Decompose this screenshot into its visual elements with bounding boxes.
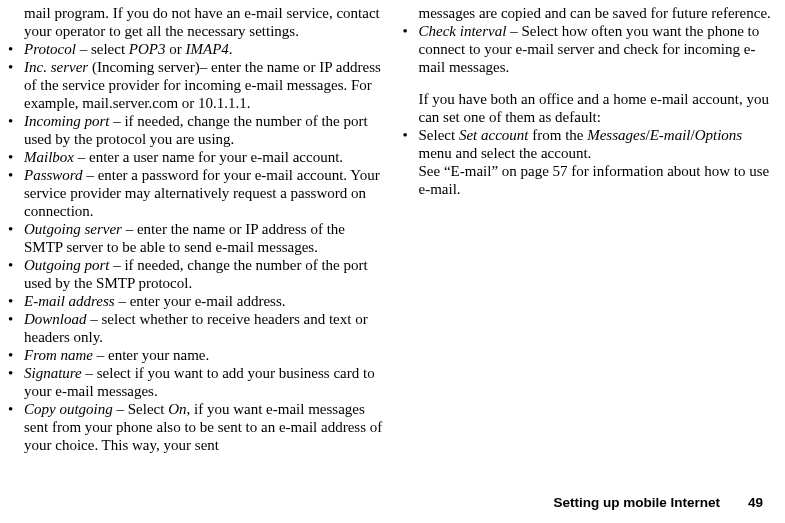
left-column: mail program. If you do not have an e-ma… — [6, 4, 383, 454]
item-copy-outgoing: Copy outgoing – Select On, if you want e… — [6, 400, 383, 454]
term-outgoing-server: Outgoing server — [24, 221, 122, 237]
item-protocol: Protocol – select POP3 or IMAP4. — [6, 40, 383, 58]
term-protocol: Protocol — [24, 41, 76, 57]
intro-continuation: mail program. If you do not have an e-ma… — [6, 4, 383, 40]
item-signature: Signature – select if you want to add yo… — [6, 364, 383, 400]
intro-text: mail program. If you do not have an e-ma… — [24, 5, 380, 39]
cont1: messages are copied and can be saved for… — [419, 5, 771, 21]
term-check-interval: Check interval — [419, 23, 507, 39]
t11a: – Select — [113, 401, 168, 417]
item-from-name: From name – enter your name. — [6, 346, 383, 364]
copy-outgoing-continuation: messages are copied and can be saved for… — [401, 4, 778, 22]
sel-post: menu and select the account. — [419, 145, 592, 161]
imap4: IMAP4 — [186, 41, 229, 57]
item-download: Download – select whether to receive hea… — [6, 310, 383, 346]
t3: – enter a user name for your e-mail acco… — [74, 149, 343, 165]
t0c: . — [229, 41, 233, 57]
blank-gap — [401, 76, 778, 90]
on-value: On — [168, 401, 186, 417]
sel-pre: Select — [419, 127, 459, 143]
set-account: Set account — [459, 127, 529, 143]
footer-section-title: Setting up mobile Internet — [553, 495, 720, 510]
item-email-address: E-mail address – enter your e-mail addre… — [6, 292, 383, 310]
t9: – enter your name. — [93, 347, 209, 363]
two-column-layout: mail program. If you do not have an e-ma… — [0, 0, 785, 454]
item-outgoing-port: Outgoing port – if needed, change the nu… — [6, 256, 383, 292]
term-email-address: E-mail address — [24, 293, 115, 309]
see-email: See “E-mail” on page 57 for information … — [419, 163, 770, 197]
t7: – enter your e-mail address. — [115, 293, 286, 309]
manual-page: mail program. If you do not have an e-ma… — [0, 0, 785, 523]
item-select-set-account: Select Set account from the Messages/E-m… — [401, 126, 778, 198]
menu-email: E-mail — [650, 127, 691, 143]
item-password: Password – enter a password for your e-m… — [6, 166, 383, 220]
item-check-interval: Check interval – Select how often you wa… — [401, 22, 778, 76]
item-incoming-port: Incoming port – if needed, change the nu… — [6, 112, 383, 148]
term-incoming-port: Incoming port — [24, 113, 109, 129]
default-account-paragraph: If you have both an office and a home e-… — [401, 90, 778, 126]
right-bullet-list: messages are copied and can be saved for… — [401, 4, 778, 198]
page-footer: Setting up mobile Internet49 — [553, 495, 763, 511]
menu-messages: Messages — [587, 127, 645, 143]
para2: If you have both an office and a home e-… — [419, 91, 769, 125]
term-copy-outgoing: Copy outgoing — [24, 401, 113, 417]
footer-page-number: 49 — [748, 495, 763, 510]
t0a: – select — [76, 41, 129, 57]
term-password: Password — [24, 167, 83, 183]
term-outgoing-port: Outgoing port — [24, 257, 109, 273]
pop3: POP3 — [129, 41, 166, 57]
right-column: messages are copied and can be saved for… — [401, 4, 778, 454]
t0b: or — [166, 41, 186, 57]
term-download: Download — [24, 311, 87, 327]
term-inc-server: Inc. server — [24, 59, 88, 75]
item-inc-server: Inc. server (Incoming server)– enter the… — [6, 58, 383, 112]
item-outgoing-server: Outgoing server – enter the name or IP a… — [6, 220, 383, 256]
term-signature: Signature — [24, 365, 82, 381]
left-bullet-list: mail program. If you do not have an e-ma… — [6, 4, 383, 454]
menu-options: Options — [695, 127, 743, 143]
sel-mid: from the — [528, 127, 587, 143]
term-mailbox: Mailbox — [24, 149, 74, 165]
item-mailbox: Mailbox – enter a user name for your e-m… — [6, 148, 383, 166]
term-from-name: From name — [24, 347, 93, 363]
